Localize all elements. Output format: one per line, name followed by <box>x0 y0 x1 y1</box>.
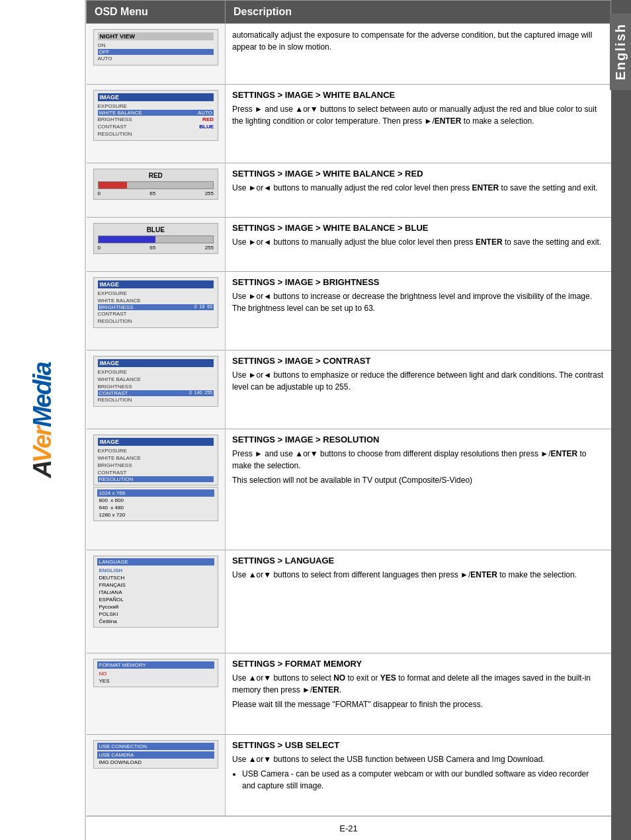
desc-cell-night-view: automatically adjust the exposure to com… <box>226 24 611 85</box>
menu-row-contrast: CONTRASTBLUE <box>98 123 214 130</box>
wb-blue-max: 255 <box>205 245 214 251</box>
fmt-option-no: NO <box>97 670 215 677</box>
desc-cell-format: SETTINGS > FORMAT MEMORY Use ▲or▼ button… <box>226 653 611 735</box>
menu-row-resolution: RESOLUTION <box>98 130 214 138</box>
desc-cell-usb: SETTINGS > USB SELECT Use ▲or▼ buttons t… <box>226 735 611 816</box>
wb-red-mid: 65 <box>149 190 155 196</box>
table-row: USB CONNECTION USB CAMERA IMG DOWNLOAD S… <box>87 735 611 816</box>
desc-heading-wb-red: SETTINGS > IMAGE > WHITE BALANCE > RED <box>232 169 605 179</box>
brand-logo: AVerMedia <box>28 362 57 478</box>
wb-blue-slider: BLUE 0 65 255 <box>93 223 219 254</box>
wb-blue-min: 0 <box>98 245 101 251</box>
menu-row-exp2: EXPOSURE <box>98 290 214 297</box>
desc-cell-resolution: SETTINGS > IMAGE > RESOLUTION Press ► an… <box>226 429 611 550</box>
menu-row-brightness: BRIGHTNESSRED <box>98 116 214 123</box>
lang-option-francais: FRANÇAIS <box>97 581 215 589</box>
desc-cell-wb: SETTINGS > IMAGE > WHITE BALANCE Press ►… <box>226 84 611 163</box>
page-footer: E-21 <box>86 816 611 840</box>
menu-row-exp3: EXPOSURE <box>98 368 214 376</box>
menu-row-wb: WHITE BALANCEAUTO <box>98 110 214 116</box>
usb-menu: USB CONNECTION USB CAMERA IMG DOWNLOAD <box>93 740 219 769</box>
menu-row-on: ON <box>98 42 214 49</box>
desc-text-wb-red: Use ►or◄ buttons to manually adjust the … <box>232 182 605 194</box>
main-content: OSD Menu Description NIGHT VIEW ON OFF A… <box>86 0 611 840</box>
menu-row-exposure: EXPOSURE <box>98 103 214 110</box>
brightness-img-title: IMAGE <box>98 280 214 288</box>
desc-text-contrast: Use ►or◄ buttons to emphasize or reduce … <box>232 369 605 393</box>
menu-row-bright-hl: BRIGHTNESS0 16 63 <box>98 304 214 310</box>
menu-row-bright3: BRIGHTNESS <box>98 383 214 390</box>
desc-cell-wb-red: SETTINGS > IMAGE > WHITE BALANCE > RED U… <box>226 163 611 217</box>
contrast-img-title: IMAGE <box>98 359 214 367</box>
table-row: IMAGE EXPOSURE WHITE BALANCE BRIGHTNESS … <box>87 350 611 429</box>
lang-option-cestina: Čeština <box>97 618 215 625</box>
night-view-title: NIGHT VIEW <box>98 32 214 40</box>
menu-cell-contrast: IMAGE EXPOSURE WHITE BALANCE BRIGHTNESS … <box>87 350 226 429</box>
menu-cell-wb-blue: BLUE 0 65 255 <box>87 217 226 271</box>
english-tab: English <box>610 13 632 90</box>
menu-cell-wb: IMAGE EXPOSURE WHITE BALANCEAUTO BRIGHTN… <box>87 84 226 163</box>
usb-bullet-list: USB Camera - can be used as a computer w… <box>242 768 605 792</box>
format-memory-title: FORMAT MEMORY <box>97 661 215 669</box>
page-number: E-21 <box>339 823 357 833</box>
desc-text-usb: Use ▲or▼ buttons to select the USB funct… <box>232 753 605 765</box>
contrast-menu: IMAGE EXPOSURE WHITE BALANCE BRIGHTNESS … <box>93 356 219 407</box>
wb-red-labels: 0 65 255 <box>98 190 214 196</box>
usb-bullet-item: USB Camera - can be used as a computer w… <box>242 768 605 792</box>
usb-title: USB CONNECTION <box>97 743 215 750</box>
menu-row-off: OFF <box>98 49 214 55</box>
desc-heading-brightness: SETTINGS > IMAGE > BRIGHTNESS <box>232 277 605 287</box>
language-menu: LANGUAGE ENGLISH DEUTSCH FRANÇAIS ITALIA… <box>93 556 219 628</box>
menu-row-contrast2: CONTRAST <box>98 310 214 317</box>
lang-option-english: ENGLISH <box>97 567 215 574</box>
wb-blue-labels: 0 65 255 <box>98 245 214 251</box>
menu-row-contrast-hl: CONTRAST0 140 255 <box>98 390 214 396</box>
sidebar-right: English <box>611 0 631 840</box>
table-row: LANGUAGE ENGLISH DEUTSCH FRANÇAIS ITALIA… <box>87 550 611 653</box>
menu-row-bright4: BRIGHTNESS <box>98 462 214 469</box>
menu-cell-language: LANGUAGE ENGLISH DEUTSCH FRANÇAIS ITALIA… <box>87 550 226 653</box>
menu-cell-brightness: IMAGE EXPOSURE WHITE BALANCE BRIGHTNESS0… <box>87 271 226 350</box>
menu-cell-wb-red: RED 0 65 255 <box>87 163 226 217</box>
wb-title: IMAGE <box>98 93 214 101</box>
res-option-800: 800 x 600 <box>97 497 215 504</box>
brightness-menu: IMAGE EXPOSURE WHITE BALANCE BRIGHTNESS0… <box>93 277 219 328</box>
desc-heading-contrast: SETTINGS > IMAGE > CONTRAST <box>232 356 605 366</box>
fmt-option-yes: YES <box>97 677 215 685</box>
page-container: AVerMedia OSD Menu Description NIGHT VIE… <box>0 0 631 840</box>
menu-row-wb2: WHITE BALANCE <box>98 297 214 304</box>
table-row: BLUE 0 65 255 SETTINGS > IMA <box>87 217 611 271</box>
desc-heading-usb: SETTINGS > USB SELECT <box>232 740 605 750</box>
res-option-1280: 1280 x 720 <box>97 511 215 519</box>
menu-cell-resolution: IMAGE EXPOSURE WHITE BALANCE BRIGHTNESS … <box>87 429 226 550</box>
col-header-desc: Description <box>226 1 611 24</box>
desc-text-brightness: Use ►or◄ buttons to increase or decrease… <box>232 290 605 314</box>
col-header-menu: OSD Menu <box>87 1 226 24</box>
usb-option-camera: USB CAMERA <box>97 751 215 759</box>
desc-cell-wb-blue: SETTINGS > IMAGE > WHITE BALANCE > BLUE … <box>226 217 611 271</box>
desc-text-wb: Press ► and use ▲or▼ buttons to select b… <box>232 103 605 127</box>
language-title: LANGUAGE <box>97 558 215 566</box>
resolution-img-title: IMAGE <box>98 438 214 446</box>
osd-table: OSD Menu Description NIGHT VIEW ON OFF A… <box>86 0 611 816</box>
menu-row-wb4: WHITE BALANCE <box>98 454 214 462</box>
table-row: RED 0 65 255 SETTINGS > IMAG <box>87 163 611 217</box>
menu-row-res-hl: RESOLUTION <box>98 476 214 482</box>
resolution-submenu: 1024 x 768 800 x 600 640 x 480 1280 x 72… <box>93 487 219 521</box>
menu-cell-format: FORMAT MEMORY NO YES <box>87 653 226 735</box>
desc-heading-language: SETTINGS > LANGUAGE <box>232 556 605 566</box>
desc-heading-wb: SETTINGS > IMAGE > WHITE BALANCE <box>232 90 605 100</box>
night-view-menu: NIGHT VIEW ON OFF AUTO <box>93 29 219 65</box>
desc-text-language: Use ▲or▼ buttons to select from differen… <box>232 569 605 581</box>
desc-text-resolution1: Press ► and use ▲or▼ buttons to choose f… <box>232 448 605 472</box>
table-row: IMAGE EXPOSURE WHITE BALANCEAUTO BRIGHTN… <box>87 84 611 163</box>
menu-cell-night-view: NIGHT VIEW ON OFF AUTO <box>87 24 226 85</box>
menu-row-contrast4: CONTRAST <box>98 469 214 476</box>
desc-heading-wb-blue: SETTINGS > IMAGE > WHITE BALANCE > BLUE <box>232 223 605 233</box>
desc-text-night-view: automatically adjust the exposure to com… <box>232 29 605 53</box>
usb-option-download: IMG DOWNLOAD <box>97 759 215 766</box>
desc-text-format2: Please wait till the message "FORMAT" di… <box>232 698 605 710</box>
menu-row-auto: AUTO <box>98 55 214 62</box>
brand-text: AVerMedia <box>28 362 56 478</box>
brand-area: AVerMedia <box>0 0 86 840</box>
